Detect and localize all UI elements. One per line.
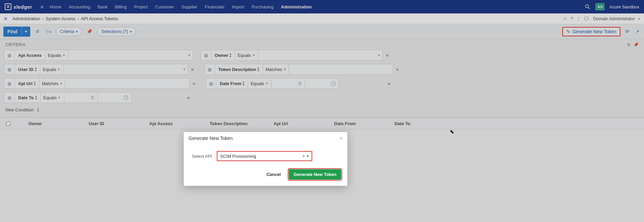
cond-label: Date To▴▾ [15, 92, 41, 103]
domain-role[interactable]: Domain Administrator [593, 16, 635, 21]
cond-operator[interactable]: Matches▾ [39, 78, 65, 89]
remove-cond-icon[interactable]: × [131, 95, 192, 101]
generate-token-submit-button[interactable]: Generate New Token [289, 169, 341, 180]
remove-cond-icon[interactable]: × [339, 81, 393, 86]
handle-icon[interactable]: ▦ [201, 50, 211, 61]
modal-body: Select API SCIM Provisioning × ▾ [184, 144, 347, 164]
nav-financials[interactable]: Financials [205, 4, 225, 9]
pin-icon[interactable]: 📌 [634, 42, 639, 47]
cond-value[interactable]: ▾ [69, 50, 193, 61]
criteria-panel: CRITERIA ⚙ 📌 ▦ Api Access Equals▾ ▾ ▦ Ow… [0, 39, 644, 117]
select-api-dropdown[interactable]: SCIM Provisioning × ▾ [217, 151, 312, 161]
crumb-administration[interactable]: Administration [12, 16, 40, 21]
handle-icon[interactable]: ▦ [4, 92, 15, 103]
chevron-down-icon: ▾ [76, 30, 78, 33]
clock-icon: 🕒 [330, 81, 336, 86]
new-condition-button[interactable]: New Condition ▴▾ [5, 107, 39, 112]
spinner-icon: ⟳ [624, 29, 631, 34]
col-date-to[interactable]: Date To [391, 121, 452, 126]
chevron-down-icon[interactable]: ▾ [307, 154, 309, 158]
handle-icon[interactable]: ▦ [4, 50, 15, 61]
criteria-row: ▦ Api Access Equals▾ ▾ ▦ Owner▴▾ Equals▾… [4, 50, 640, 61]
remove-cond-icon[interactable]: × [190, 81, 198, 86]
nav-import[interactable]: Import [232, 4, 244, 9]
nav-supplier[interactable]: Supplier [182, 4, 198, 9]
nav-billing[interactable]: Billing [115, 4, 127, 9]
chevron-down-icon[interactable]: ▾ [638, 17, 640, 21]
checkbox-input[interactable] [6, 121, 10, 126]
brand[interactable]: X xledger [5, 3, 32, 10]
col-api-url[interactable]: Api Url [270, 121, 331, 126]
nav-bank[interactable]: Bank [97, 4, 108, 9]
col-api-access[interactable]: Api Access [146, 121, 206, 126]
cond-user-id: ▦ User ID▴▾ Equals▾ ▾ × [4, 64, 197, 75]
cond-value[interactable] [65, 78, 190, 89]
new-condition-label: New Condition [5, 107, 34, 112]
clear-icon[interactable]: × [302, 154, 305, 159]
monitor-icon[interactable]: 🖵 [584, 16, 589, 21]
close-icon[interactable]: × [340, 136, 343, 141]
nav-home[interactable]: Home [49, 4, 61, 9]
account-name[interactable]: Azure Sandbox [609, 4, 639, 9]
find-button[interactable]: Find [3, 27, 22, 37]
star-outline-icon[interactable]: ☆ [563, 16, 567, 21]
col-date-from[interactable]: Date From [331, 121, 391, 126]
cond-value[interactable] [289, 64, 393, 75]
handle-icon[interactable]: ▦ [204, 64, 215, 75]
date-value-to[interactable]: 🕒 [305, 78, 339, 89]
modal-header: Generate New Token × [184, 132, 347, 144]
crumb-system-access[interactable]: System Access [46, 16, 75, 21]
remove-cond-icon[interactable]: × [383, 52, 392, 58]
clock-icon: 🕒 [123, 95, 128, 100]
criteria-chip[interactable]: Criteria ▾ [56, 27, 82, 36]
kebab-menu-icon[interactable]: ⋮ [576, 16, 581, 21]
criteria-title: CRITERIA [5, 42, 26, 47]
chevron-down-icon: ▾ [130, 30, 132, 33]
generate-new-token-button[interactable]: ✎ Generate New Token [562, 27, 620, 36]
nav-purchasing[interactable]: Purchasing [252, 4, 274, 9]
modal-title: Generate New Token [189, 136, 233, 141]
crumb-sep-icon: › [77, 16, 79, 21]
nav-project[interactable]: Project [134, 4, 148, 9]
find-dropdown-button[interactable]: ▾ [22, 27, 30, 37]
col-owner[interactable]: Owner [25, 121, 85, 126]
nav-accounting[interactable]: Accounting [69, 4, 90, 9]
date-value-from[interactable]: 🗓 [272, 78, 305, 89]
handle-icon[interactable]: ▦ [4, 64, 15, 75]
gear-icon[interactable]: ⚙ [627, 42, 631, 47]
cond-operator[interactable]: Equals▾ [41, 92, 64, 103]
col-token-desc[interactable]: Token Description [206, 121, 270, 126]
cond-value[interactable]: ▾ [64, 64, 188, 75]
handle-icon[interactable]: ▦ [4, 78, 15, 89]
remove-cond-icon[interactable]: × [393, 67, 402, 72]
date-value-to[interactable]: 🕒 [98, 92, 131, 103]
handle-icon[interactable]: ▦ [206, 78, 216, 89]
cond-value[interactable]: ▾ [258, 50, 383, 61]
star-icon[interactable]: ☆▾ [45, 29, 52, 34]
pin-icon[interactable]: 📌 [86, 29, 93, 34]
crumb-api-tokens[interactable]: API Access Tokens [81, 16, 118, 21]
cancel-button[interactable]: Cancel [265, 172, 283, 177]
criteria-row: ▦ Date To▴▾ Equals▾ 🗓 🕒 × [4, 92, 640, 103]
cond-operator[interactable]: Equals▾ [45, 50, 69, 61]
calendar-icon: 🗓 [90, 95, 95, 100]
select-all-checkbox[interactable] [5, 120, 25, 127]
nav-administration[interactable]: Administration [281, 4, 312, 9]
date-value-from[interactable]: 🗓 [64, 92, 98, 103]
search-icon[interactable] [585, 4, 591, 10]
modal-footer: Cancel Generate New Token [184, 164, 347, 186]
cond-operator[interactable]: Equals▾ [248, 78, 272, 89]
remove-cond-icon[interactable]: × [188, 67, 197, 72]
selections-chip[interactable]: Selections (7) ▾ [97, 27, 136, 36]
help-icon[interactable]: ? [570, 16, 573, 21]
cond-operator[interactable]: Equals▾ [235, 50, 258, 61]
cond-operator[interactable]: Equals▾ [40, 64, 64, 75]
favorite-star-icon[interactable]: ★ [37, 4, 47, 10]
popout-icon[interactable]: ↗ [634, 29, 641, 34]
avatar[interactable]: AS [595, 3, 605, 10]
col-user-id[interactable]: User ID [85, 121, 146, 126]
history-icon[interactable]: ↺ [34, 29, 41, 34]
hamburger-icon[interactable]: ≡ [4, 16, 7, 22]
nav-customer[interactable]: Customer [155, 4, 174, 9]
cond-operator[interactable]: Matches▾ [263, 64, 289, 75]
